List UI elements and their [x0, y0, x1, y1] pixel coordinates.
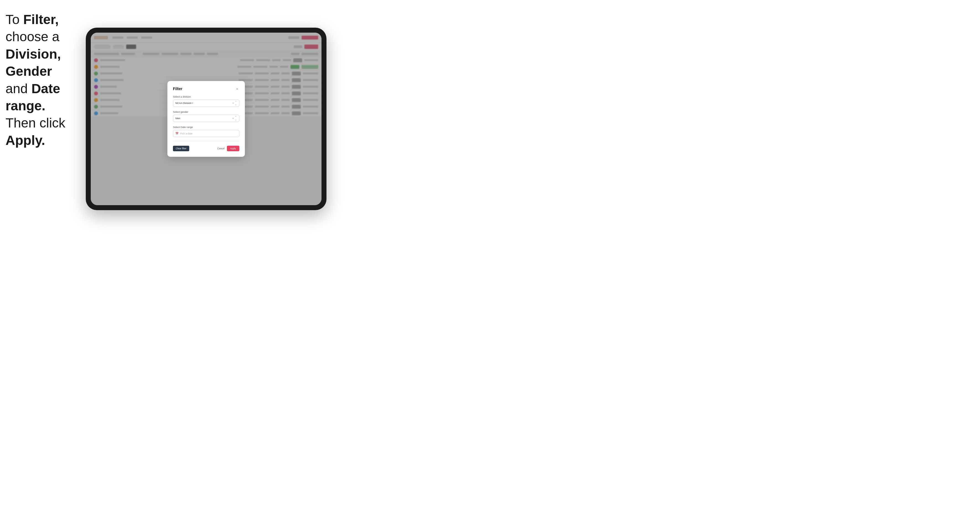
- gender-select-value: Men: [175, 117, 180, 120]
- and-date-range: and Date range.: [6, 81, 60, 113]
- division-field: Select a division NCAA Division I × ⌃⌄: [173, 95, 239, 107]
- date-range-label: Select Date range: [173, 126, 239, 129]
- gender-chevron-icon: ⌃⌄: [235, 116, 237, 121]
- calendar-icon: 📅: [175, 132, 178, 135]
- date-range-input[interactable]: 📅 Pick a date: [173, 130, 239, 137]
- gender-field: Select gender Men × ⌃⌄: [173, 111, 239, 122]
- tablet-frame: Filter × Select a division NCAA Division…: [86, 28, 326, 210]
- gender-select-controls: × ⌃⌄: [232, 116, 237, 121]
- modal-divider: [173, 141, 239, 141]
- division-select-controls: × ⌃⌄: [232, 101, 237, 106]
- division-gender-bold: Division, Gender: [6, 47, 61, 79]
- then-click: Then click Apply.: [6, 116, 65, 148]
- division-clear-icon[interactable]: ×: [232, 102, 234, 105]
- gender-clear-icon[interactable]: ×: [232, 117, 234, 120]
- clear-filter-button[interactable]: Clear filter: [173, 146, 189, 151]
- division-select-value: NCAA Division I: [175, 102, 193, 105]
- instruction-panel: To Filter, choose a Division, Gender and…: [6, 11, 86, 149]
- modal-overlay: Filter × Select a division NCAA Division…: [91, 33, 321, 205]
- modal-footer-right: Cancel Apply: [217, 146, 239, 151]
- apply-button[interactable]: Apply: [227, 146, 239, 151]
- instruction-line1: To Filter, choose a: [6, 12, 59, 44]
- apply-bold: Apply.: [6, 133, 45, 148]
- modal-footer: Clear filter Cancel Apply: [173, 146, 239, 151]
- tablet-screen: Filter × Select a division NCAA Division…: [91, 33, 321, 205]
- modal-close-button[interactable]: ×: [235, 87, 239, 91]
- date-placeholder: Pick a date: [180, 132, 192, 135]
- gender-label: Select gender: [173, 111, 239, 113]
- division-select[interactable]: NCAA Division I × ⌃⌄: [173, 100, 239, 107]
- cancel-button[interactable]: Cancel: [217, 147, 224, 150]
- division-label: Select a division: [173, 95, 239, 98]
- gender-select[interactable]: Men × ⌃⌄: [173, 115, 239, 122]
- date-range-bold: Date range.: [6, 81, 60, 113]
- filter-bold: Filter,: [23, 12, 59, 27]
- modal-title: Filter: [173, 87, 182, 91]
- date-range-field: Select Date range 📅 Pick a date: [173, 126, 239, 137]
- filter-modal: Filter × Select a division NCAA Division…: [167, 81, 245, 157]
- division-chevron-icon: ⌃⌄: [235, 101, 237, 106]
- modal-header: Filter ×: [173, 87, 239, 91]
